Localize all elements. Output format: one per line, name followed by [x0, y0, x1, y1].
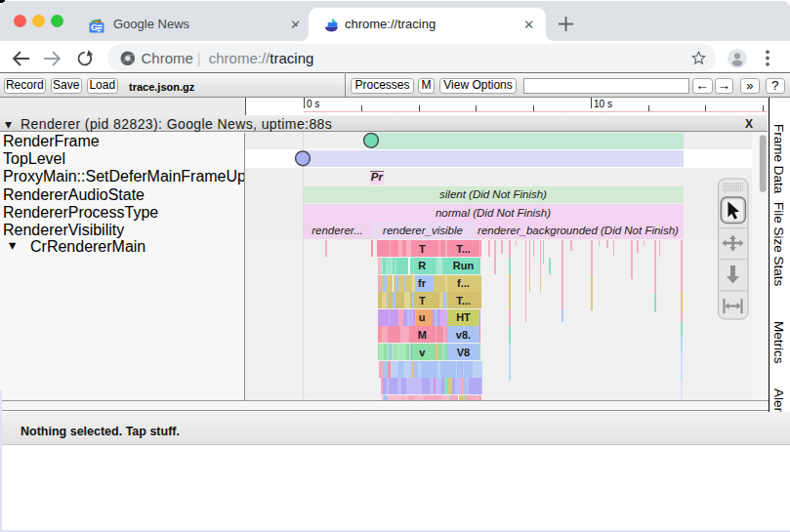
svg-text:T...: T...: [456, 243, 471, 255]
svg-text:Run: Run: [453, 260, 475, 271]
svg-text:T...: T...: [456, 295, 471, 307]
svg-text:R: R: [418, 260, 426, 271]
svg-text:renderer_visible: renderer_visible: [383, 225, 463, 236]
svg-text:u: u: [419, 311, 426, 323]
svg-text:G: G: [91, 21, 98, 32]
svg-text:fr: fr: [418, 277, 427, 289]
svg-text:renderer...: renderer...: [312, 225, 363, 236]
svg-text:silent (Did Not Finish): silent (Did Not Finish): [439, 188, 547, 200]
svg-text:T: T: [419, 243, 426, 255]
svg-text:normal (Did Not Finish): normal (Did Not Finish): [436, 207, 551, 219]
svg-text:V8: V8: [457, 347, 470, 358]
svg-text:v: v: [419, 347, 426, 358]
svg-text:Pr: Pr: [371, 171, 384, 183]
svg-text:v8.: v8.: [456, 329, 471, 341]
svg-text:M: M: [418, 329, 427, 341]
svg-text:HT: HT: [456, 311, 471, 323]
svg-text:T: T: [419, 295, 426, 307]
svg-text:f...: f...: [457, 277, 470, 289]
svg-text:renderer_backgrounded (Did Not: renderer_backgrounded (Did Not Finish): [478, 225, 679, 236]
